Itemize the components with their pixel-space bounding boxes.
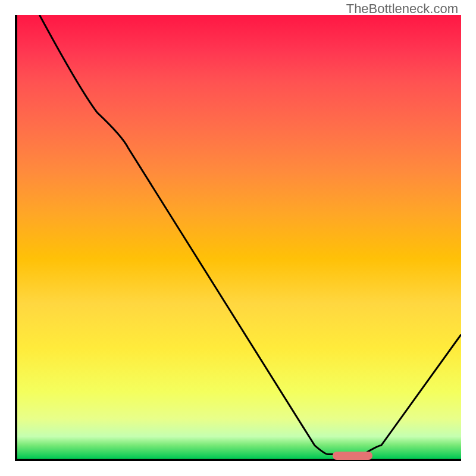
chart-curve bbox=[17, 15, 461, 459]
optimal-marker bbox=[333, 452, 372, 460]
chart-area bbox=[15, 15, 461, 461]
